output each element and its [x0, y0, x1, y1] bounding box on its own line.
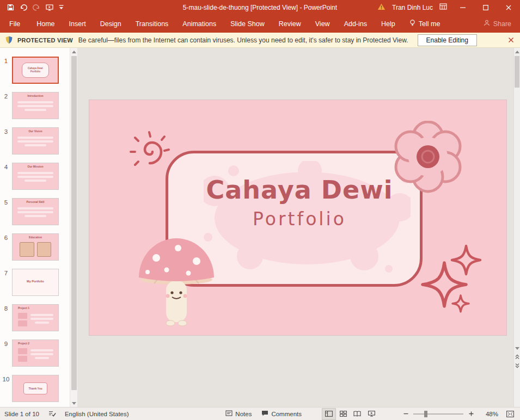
content-line: [17, 137, 53, 139]
warning-icon: [377, 3, 386, 12]
close-button[interactable]: [497, 0, 520, 15]
tab-home[interactable]: Home: [29, 15, 62, 33]
share-label: Share: [493, 20, 511, 28]
thumb-title: Project 1: [18, 306, 58, 310]
slide-thumbnail-2[interactable]: 2 Introduction: [0, 92, 70, 119]
maximize-button[interactable]: [474, 0, 497, 15]
tab-animations[interactable]: Animations: [175, 15, 223, 33]
spellcheck-icon[interactable]: [48, 410, 56, 418]
zoom-percentage[interactable]: 48%: [479, 411, 498, 417]
start-slideshow-icon[interactable]: [46, 4, 53, 11]
thumb-title-frame: Thank You: [23, 382, 47, 394]
slide-thumbnail-image: Education: [12, 233, 59, 261]
sparkles-doodle: [415, 243, 486, 319]
minimize-button[interactable]: [451, 0, 474, 15]
thumb-notebooks: [20, 242, 51, 257]
zoom-in-button[interactable]: [466, 408, 476, 420]
ribbon-tab-strip: File Home Insert Design Transitions Anim…: [0, 15, 520, 33]
content-line: [17, 211, 53, 213]
ribbon-display-options-icon[interactable]: [439, 3, 447, 11]
workspace: 1 Cahaya Dewi Portfolio 2 Introduction 3: [0, 48, 520, 407]
tab-add-ins[interactable]: Add-ins: [337, 15, 374, 33]
content-line: [25, 144, 46, 146]
slide-thumbnail-4[interactable]: 4 Our Mission: [0, 163, 70, 190]
content-line: [35, 357, 48, 359]
slide-thumbnail-6[interactable]: 6 Education: [0, 233, 70, 261]
notes-icon: [225, 410, 233, 417]
notes-label: Notes: [235, 411, 252, 417]
thumb-content-lines: [30, 349, 53, 359]
slide-number: 3: [0, 127, 12, 155]
shield-icon: [5, 36, 13, 44]
fit-to-window-button[interactable]: [504, 408, 517, 420]
scroll-up-button[interactable]: [70, 48, 77, 55]
slide-thumbnail-5[interactable]: 5 Personal Skill: [0, 198, 70, 225]
slide-thumbnail-7[interactable]: 7 My Portfolio: [0, 269, 70, 296]
slide-thumbnail-8[interactable]: 8 Project 1: [0, 304, 70, 331]
tab-review[interactable]: Review: [272, 15, 308, 33]
previous-slide-button[interactable]: [514, 353, 520, 361]
content-line: [17, 172, 53, 174]
tab-design[interactable]: Design: [93, 15, 129, 33]
content-line: [17, 176, 53, 178]
scroll-up-button[interactable]: [514, 48, 520, 55]
slide-thumbnail-3[interactable]: 3 Our Vision: [0, 127, 70, 155]
enable-editing-button[interactable]: Enable Editing: [418, 34, 477, 46]
scrollbar-thumb[interactable]: [515, 56, 519, 88]
tab-slide-show[interactable]: Slide Show: [223, 15, 272, 33]
tab-insert[interactable]: Insert: [62, 15, 93, 33]
account-area[interactable]: Tran Dinh Luc: [377, 3, 451, 12]
comments-button[interactable]: Comments: [256, 407, 307, 420]
comments-label: Comments: [271, 411, 302, 417]
save-icon[interactable]: [7, 4, 14, 11]
undo-icon[interactable]: [20, 4, 27, 11]
scroll-down-button[interactable]: [514, 344, 520, 352]
slide-sorter-view-button[interactable]: [336, 408, 350, 420]
normal-view-button[interactable]: [322, 408, 336, 420]
zoom-out-button[interactable]: [400, 408, 411, 420]
language-label[interactable]: English (United States): [65, 411, 129, 417]
reading-view-button[interactable]: [350, 408, 364, 420]
thumb-title: Our Mission: [13, 165, 58, 168]
slide-show-view-button[interactable]: [364, 408, 378, 420]
vertical-scrollbar[interactable]: [513, 48, 520, 407]
scrollbar-thumb[interactable]: [71, 56, 77, 390]
slide-number: 2: [0, 92, 12, 119]
zoom-slider[interactable]: [413, 413, 463, 415]
status-bar: Slide 1 of 10 English (United States) No…: [0, 407, 520, 420]
scroll-down-button[interactable]: [70, 399, 77, 407]
next-slide-button[interactable]: [514, 362, 520, 369]
slide-thumbnail-image: Project 2: [12, 339, 59, 367]
slide-number: 6: [0, 233, 12, 261]
zoom-slider-thumb[interactable]: [424, 411, 427, 417]
slide-thumbnail-image: Introduction: [12, 92, 59, 119]
slide-thumbnail-9[interactable]: 9 Project 2: [0, 339, 70, 367]
slide-subtitle: Portfolio: [169, 208, 430, 230]
thumbnail-pane-scrollbar[interactable]: [70, 48, 77, 407]
slide-thumbnail-1[interactable]: 1 Cahaya Dewi Portfolio: [0, 57, 70, 84]
thumb-content-lines: [17, 137, 53, 146]
comments-icon: [261, 410, 268, 418]
slide-thumbnail-image: Our Mission: [12, 163, 59, 190]
thumb-title: My Portfolio: [13, 280, 58, 283]
protected-view-message: Be careful—files from the Internet can c…: [78, 36, 408, 44]
photo-shape: [18, 356, 27, 362]
tab-view[interactable]: View: [308, 15, 337, 33]
tab-transitions[interactable]: Transitions: [129, 15, 176, 33]
tell-me-box[interactable]: Tell me: [402, 15, 448, 33]
slide-number: 8: [0, 304, 12, 331]
tab-file[interactable]: File: [0, 15, 29, 33]
slide-thumbnail-image: Our Vision: [12, 127, 59, 155]
banner-close-icon[interactable]: [508, 37, 514, 43]
tab-help[interactable]: Help: [374, 15, 402, 33]
customize-qat-icon[interactable]: [59, 5, 64, 10]
content-line: [35, 322, 48, 324]
window-controls: [451, 0, 520, 15]
slide-thumbnail-10[interactable]: 10 Thank You: [0, 375, 70, 402]
thumb-content-lines: [17, 207, 53, 217]
share-button[interactable]: Share: [475, 15, 520, 33]
content-line: [17, 101, 53, 103]
redo-icon[interactable]: [33, 4, 40, 11]
notes-button[interactable]: Notes: [221, 407, 256, 420]
thumb-title: Our Vision: [13, 129, 58, 133]
